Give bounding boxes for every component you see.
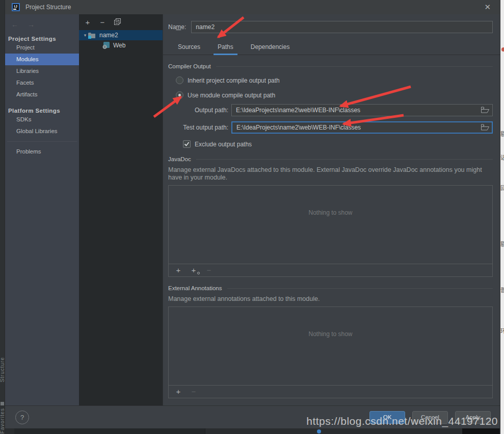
- javadoc-empty-text: Nothing to show: [169, 209, 492, 216]
- platform-settings-header: Platform Settings: [8, 108, 79, 114]
- add-javadoc-icon[interactable]: +: [175, 267, 182, 274]
- tab-sources[interactable]: Sources: [176, 40, 202, 55]
- dialog-footer: ? OK Cancel Apply: [5, 405, 500, 428]
- structure-toolwindow-icon: [1, 402, 4, 405]
- module-editor-panel: Name: Sources Paths Dependencies Compile…: [163, 14, 500, 405]
- favorites-toolwindow-label[interactable]: Favorites: [0, 408, 5, 433]
- clipped-glyph: 普: [500, 286, 504, 294]
- sidebar-item-problems[interactable]: Problems: [5, 146, 79, 158]
- external-annotations-empty-text: Nothing to show: [169, 330, 492, 338]
- radio-icon-selected[interactable]: [176, 91, 183, 99]
- tree-row-web[interactable]: Web: [79, 40, 163, 50]
- clipped-glyph: 回: [500, 184, 504, 192]
- screen: Structure Favorites IJ Project Structure…: [0, 0, 504, 434]
- javadoc-section-header: JavaDoc: [168, 156, 493, 162]
- sidebar-item-global-libraries[interactable]: Global Libraries: [5, 125, 79, 137]
- tree-row-label: name2: [99, 32, 118, 39]
- remove-javadoc-icon[interactable]: −: [205, 267, 213, 274]
- ok-button[interactable]: OK: [369, 411, 405, 424]
- back-arrow-icon[interactable]: ←: [11, 20, 18, 29]
- external-annotations-section-header: External Annotations: [168, 285, 493, 291]
- external-annotations-list[interactable]: Nothing to show + −: [168, 307, 493, 398]
- copy-module-icon[interactable]: [114, 18, 121, 26]
- module-tabs: Sources Paths Dependencies: [163, 40, 500, 55]
- dialog-title: Project Structure: [25, 4, 71, 11]
- project-settings-header: Project Settings: [8, 36, 79, 42]
- add-javadoc-url-icon[interactable]: +: [190, 267, 197, 274]
- modules-tree-panel: + − ▾ name2 Web: [79, 14, 163, 405]
- apply-button[interactable]: Apply: [455, 411, 491, 424]
- browse-folder-icon[interactable]: [481, 107, 489, 115]
- project-structure-dialog: IJ Project Structure ✕ ← → Project Setti…: [5, 0, 500, 428]
- cancel-button[interactable]: Cancel: [412, 411, 448, 424]
- radio-inherit-output[interactable]: Inherit project compile output path: [176, 76, 500, 84]
- javadoc-list-toolbar: + + −: [169, 264, 492, 276]
- browse-folder-icon[interactable]: [481, 124, 489, 132]
- sidebar-item-artifacts[interactable]: Artifacts: [5, 89, 79, 100]
- compiler-output-section-header: Compiler Output: [168, 63, 493, 69]
- tree-row-label: Web: [113, 42, 125, 49]
- tree-row-name2[interactable]: ▾ name2: [79, 30, 163, 40]
- radio-icon[interactable]: [176, 76, 183, 84]
- test-output-path-label: Test output path:: [168, 124, 228, 131]
- structure-toolwindow-label[interactable]: Structure: [0, 357, 5, 382]
- sidebar-item-libraries[interactable]: Libraries: [5, 65, 79, 77]
- remove-module-icon[interactable]: −: [99, 19, 106, 26]
- remove-annotation-root-icon[interactable]: −: [190, 388, 197, 395]
- sidebar-item-modules[interactable]: Modules: [5, 54, 79, 65]
- checkbox-label: Exclude output paths: [195, 141, 252, 148]
- radio-label: Inherit project compile output path: [188, 77, 280, 84]
- web-facet-icon: [102, 42, 110, 49]
- javadoc-description: Manage external JavaDocs attached to thi…: [168, 166, 493, 182]
- ide-toolwindow-strip: Structure Favorites: [0, 0, 5, 434]
- sidebar-item-sdks[interactable]: SDKs: [5, 114, 79, 125]
- add-module-icon[interactable]: +: [84, 19, 91, 26]
- clipped-glyph: 环: [500, 326, 504, 335]
- javadoc-list[interactable]: Nothing to show + + −: [168, 185, 493, 277]
- tab-paths[interactable]: Paths: [216, 40, 235, 55]
- module-icon: [88, 32, 96, 39]
- test-output-path-input[interactable]: [231, 121, 493, 134]
- exclude-output-paths-checkbox[interactable]: Exclude output paths: [183, 140, 500, 148]
- forward-arrow-icon[interactable]: →: [28, 20, 35, 29]
- tab-dependencies[interactable]: Dependencies: [249, 40, 292, 55]
- dialog-titlebar: IJ Project Structure ✕: [5, 0, 500, 14]
- sidebar-item-facets[interactable]: Facets: [5, 77, 79, 89]
- clipped-glyph: 话: [500, 153, 504, 161]
- statusbar-segment: [14, 428, 205, 434]
- external-annotations-description: Manage external annotations attached to …: [168, 295, 493, 303]
- output-path-label: Output path:: [168, 107, 228, 114]
- intellij-logo-text: IJ: [14, 5, 18, 8]
- background-window-right-strip: 剔 话 回 剔 普 环: [500, 0, 504, 434]
- help-button[interactable]: ?: [15, 411, 29, 424]
- external-annotations-list-toolbar: + −: [169, 385, 492, 398]
- radio-use-module-output[interactable]: Use module compile output path: [176, 91, 500, 99]
- statusbar-dark-segment: [462, 428, 499, 434]
- name-label: Name:: [168, 23, 186, 31]
- sidebar-item-project[interactable]: Project: [5, 42, 79, 54]
- statusbar-blue-dot: [317, 429, 321, 433]
- clipped-glyph: 剔: [500, 240, 504, 248]
- checkbox-checked-icon[interactable]: [183, 140, 191, 148]
- clipped-glyph: 剔: [500, 130, 504, 138]
- close-icon[interactable]: ✕: [484, 3, 491, 12]
- background-logo-dot: [501, 47, 504, 52]
- intellij-logo-icon: IJ: [12, 3, 20, 11]
- chevron-down-icon[interactable]: ▾: [79, 33, 88, 38]
- settings-sidebar: ← → Project Settings Project Modules Lib…: [5, 14, 79, 405]
- radio-label: Use module compile output path: [188, 92, 275, 99]
- output-path-input[interactable]: [231, 104, 493, 116]
- module-name-input[interactable]: [191, 21, 493, 33]
- ide-statusbar-strip: [5, 428, 500, 434]
- add-annotation-root-icon[interactable]: +: [175, 388, 182, 395]
- sidebar-divider: [7, 141, 77, 142]
